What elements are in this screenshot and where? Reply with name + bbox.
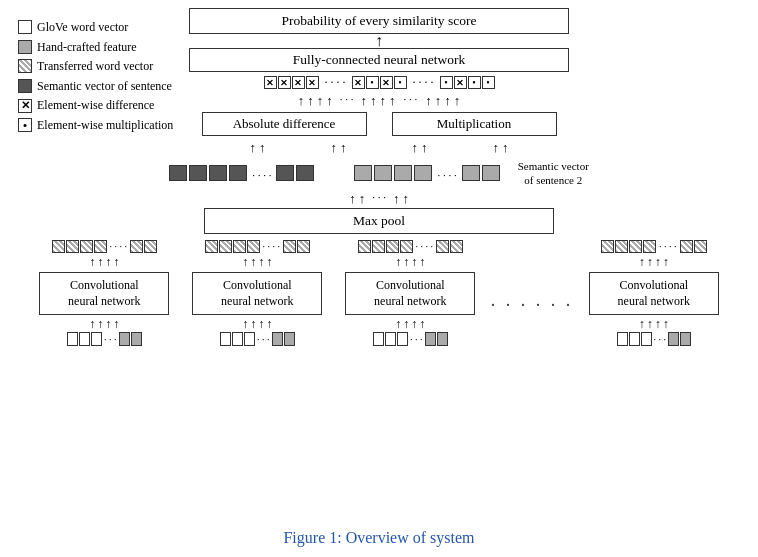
sym-x5: ✕: [352, 76, 365, 89]
mult-label: Multiplication: [437, 116, 511, 131]
probability-label: Probability of every similarity score: [282, 13, 477, 28]
cnn-unit-1: · · · · ↑↑↑↑ Convolutionalneural network…: [32, 240, 177, 347]
cnn-box-3: Convolutionalneural network: [345, 272, 475, 316]
cnn-box-1: Convolutionalneural network: [39, 272, 169, 316]
figure-caption: Figure 1: Overview of system: [283, 529, 474, 546]
fc-box: Fully-connected neural network: [189, 48, 569, 72]
cnn-box-4: Convolutionalneural network: [589, 272, 719, 316]
cnn-sep-dots: · · · · · ·: [491, 240, 574, 316]
sym-d4: [468, 76, 481, 89]
maxpool-label: Max pool: [353, 213, 405, 228]
cnn-unit-2: · · · · ↑↑↑↑ Convolutionalneural network…: [185, 240, 330, 347]
fc-label: Fully-connected neural network: [293, 52, 465, 67]
abs-diff-label: Absolute difference: [233, 116, 336, 131]
sym-d2: [394, 76, 407, 89]
sym-dots2: · · · ·: [409, 75, 438, 90]
sym-d3: [440, 76, 453, 89]
sym-x3: ✕: [292, 76, 305, 89]
sym-x4: ✕: [306, 76, 319, 89]
abs-diff-box: Absolute difference: [202, 112, 367, 136]
sym-x2: ✕: [278, 76, 291, 89]
sym-x1: ✕: [264, 76, 277, 89]
cnn-box-2: Convolutionalneural network: [192, 272, 322, 316]
cnn-unit-4: · · · · ↑↑↑↑ Convolutionalneural network…: [581, 240, 726, 347]
cnn-unit-3: · · · · ↑↑↑↑ Convolutionalneural network…: [338, 240, 483, 347]
sym-d1: [366, 76, 379, 89]
probability-box: Probability of every similarity score: [189, 8, 569, 34]
sym-x7: ✕: [454, 76, 467, 89]
sym-dots1: · · · ·: [321, 75, 350, 90]
sem-vec-label: Semantic vectorof sentence 2: [518, 159, 589, 188]
mult-box: Multiplication: [392, 112, 557, 136]
sym-x6: ✕: [380, 76, 393, 89]
maxpool-box: Max pool: [204, 208, 554, 234]
sym-d5: [482, 76, 495, 89]
